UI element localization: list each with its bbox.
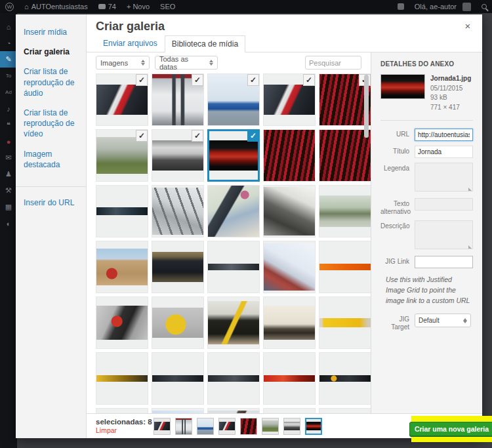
attachment-gold-strip[interactable] — [96, 352, 148, 405]
attachment-sunset-strip[interactable] — [96, 408, 148, 413]
new-content-menu[interactable]: + Novo — [121, 0, 155, 13]
attachment-red-berries-3[interactable] — [319, 129, 371, 182]
attachment-black-yellow-taxi[interactable] — [207, 296, 260, 349]
attachment-red-berries[interactable]: ✓ — [319, 73, 371, 126]
account-menu[interactable]: Olá, ae-autor — [409, 0, 476, 13]
jig-link-field[interactable] — [415, 256, 473, 268]
close-icon[interactable]: × — [461, 20, 474, 33]
admin-menu-red-badge-icon[interactable]: ● — [0, 133, 17, 150]
attachment-desert-truck[interactable] — [96, 241, 148, 293]
attachment-white-porsche[interactable]: ✓ — [152, 73, 204, 126]
menu-item-inserir-do-url[interactable]: Inserir do URL — [16, 186, 86, 213]
admin-menu-posts-icon[interactable]: ✎ — [0, 51, 17, 68]
attachment-mirror-collage[interactable] — [207, 185, 260, 237]
attachment-bw-classic-car[interactable]: ✓ — [152, 129, 204, 182]
menu-item-inserir-m-dia[interactable]: Inserir mídia — [16, 22, 86, 42]
attachment-car-interior[interactable] — [263, 185, 316, 237]
attachment-car-crash[interactable] — [262, 418, 279, 435]
attachment-blue-roadster[interactable]: ✓ — [207, 73, 260, 126]
search-toggle[interactable] — [476, 0, 492, 13]
attachment-panorama-strip[interactable] — [96, 185, 148, 237]
admin-menu-dashboard-icon[interactable]: ⌂ — [0, 18, 17, 35]
description-field[interactable] — [415, 220, 473, 249]
caption-field[interactable] — [415, 163, 473, 192]
new-label: + Novo — [127, 3, 150, 10]
scrollbar-thumb[interactable] — [364, 75, 369, 138]
notification-icon[interactable] — [392, 0, 409, 13]
attachment-yellow-tractor[interactable] — [152, 296, 204, 349]
jig-note: Use this with Justified Image Grid to po… — [386, 275, 473, 306]
attachment-fighter-jet[interactable] — [152, 408, 204, 413]
attachment-car-crash[interactable]: ✓ — [96, 129, 148, 182]
mercedes-front-image — [96, 85, 148, 114]
crosswalk-view-image — [152, 188, 203, 235]
media-type-value: Imagens — [100, 59, 128, 67]
attachment-street-signature[interactable] — [319, 185, 371, 237]
admin-menu-comments-icon[interactable]: ❝ — [0, 117, 17, 133]
attachment-seatbelt-clip[interactable] — [96, 296, 148, 349]
attachment-crosswalk-view[interactable] — [152, 185, 204, 237]
check-icon: ✓ — [136, 130, 148, 142]
attachment-ski-scene[interactable] — [207, 408, 260, 413]
attachment-scooter-wheelie[interactable] — [263, 296, 316, 349]
admin-side-menu: ⌂◔✎ToAd♪❝●✉♟⚒▦◐ — [0, 13, 17, 448]
admin-menu-tools-icon[interactable]: ⚒ — [0, 182, 17, 199]
attachment-mercedes-front[interactable]: ✓ — [96, 73, 148, 126]
admin-menu-settings-icon[interactable]: ▦ — [0, 199, 17, 215]
admin-menu-menu-ad[interactable]: Ad — [0, 84, 17, 100]
yellow-strip-image — [319, 318, 371, 327]
admin-menu-contact-icon[interactable]: ✉ — [0, 150, 17, 166]
menu-item-criar-lista-de-reprodu-o-de-v-deo[interactable]: Criar lista de reprodução de vídeo — [16, 103, 86, 144]
attachment-red-berries-2[interactable] — [263, 129, 316, 182]
avatar — [462, 3, 471, 11]
attachment-burnout-smoke[interactable] — [263, 241, 316, 293]
attachment-spot-strip[interactable] — [319, 352, 371, 405]
attachment-dark-strip[interactable] — [207, 241, 260, 293]
attachment-jornada-red-car[interactable]: ✓ — [207, 129, 260, 182]
attachment-white-porsche[interactable] — [175, 418, 192, 435]
seo-menu[interactable]: SEO — [155, 0, 180, 13]
attachment-jornada-red-car[interactable] — [305, 418, 322, 435]
jig-target-select[interactable]: Default — [415, 314, 471, 327]
attachment-race-car[interactable] — [152, 241, 204, 293]
clear-selection-link[interactable]: Limpar — [96, 426, 154, 434]
menu-item-imagem-destacada[interactable]: Imagem destacada — [16, 144, 86, 174]
attachment-orange-strip-2[interactable] — [263, 408, 316, 413]
alt-text-field[interactable] — [415, 198, 473, 211]
attachment-mercedes-front-2[interactable] — [218, 418, 236, 435]
description-label: Descrição — [380, 220, 415, 230]
site-name-link[interactable]: ⌂ AUTOentusiastas — [19, 0, 93, 13]
attachment-mercedes-front-2[interactable]: ✓ — [263, 73, 316, 126]
attachment-dark-strip-3[interactable] — [207, 352, 260, 405]
menu-item-criar-lista-de-reprodu-o-de-udio[interactable]: Criar lista de reprodução de áudio — [16, 62, 86, 103]
attachment-red-strip[interactable] — [263, 352, 316, 405]
media-date-filter[interactable]: Todas as datas — [155, 56, 218, 70]
title-field[interactable] — [415, 146, 473, 158]
create-gallery-button[interactable]: Criar uma nova galeria — [409, 422, 492, 436]
admin-menu-media-icon[interactable]: ♪ — [0, 100, 17, 117]
attachment-dark-strip-4[interactable] — [319, 408, 371, 413]
attachment-red-berries[interactable] — [240, 418, 257, 435]
attachment-blue-roadster[interactable] — [197, 418, 214, 435]
desert-truck-image — [96, 249, 148, 285]
admin-menu-menu-to[interactable]: To — [0, 68, 17, 84]
url-field[interactable] — [415, 129, 473, 141]
red-berries-2-image — [264, 130, 315, 181]
tab-media-library[interactable]: Biblioteca de mídia — [165, 35, 245, 52]
attachment-bw-classic-car[interactable] — [283, 418, 300, 435]
admin-menu-users-icon[interactable]: ♟ — [0, 166, 17, 182]
admin-menu-jetpack-icon[interactable]: ◔ — [0, 35, 17, 51]
url-label: URL — [380, 129, 415, 138]
search-input[interactable] — [305, 56, 361, 70]
attachment-mercedes-front[interactable] — [154, 418, 171, 435]
menu-item-criar-galeria[interactable]: Criar galeria — [16, 42, 86, 62]
attachment-dark-strip-2[interactable] — [152, 352, 204, 405]
admin-menu-collapse-menu-icon[interactable]: ◐ — [0, 215, 17, 232]
attachment-orange-strip[interactable] — [319, 241, 371, 293]
tab-upload-files[interactable]: Enviar arquivos — [96, 35, 165, 52]
dark-strip-image — [208, 264, 259, 271]
media-type-filter[interactable]: Imagens — [96, 56, 150, 70]
comments-link[interactable]: 74 — [93, 0, 121, 13]
attachment-yellow-strip[interactable] — [319, 296, 371, 349]
wp-logo-menu[interactable]: W — [0, 0, 19, 13]
